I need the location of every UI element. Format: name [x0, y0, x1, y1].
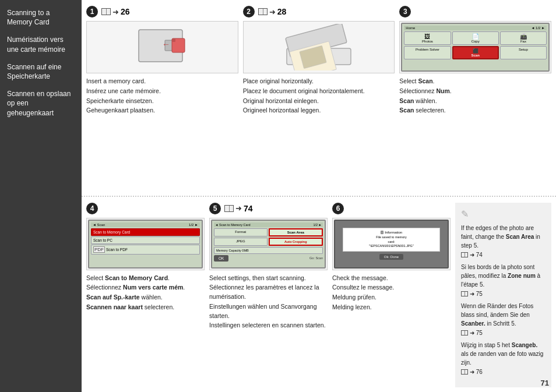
bottom-row: 4 ◄ Scan 1/2 ► Scan to Memory Card Scan …	[82, 197, 556, 393]
screen5-go-scan: Go: Scan	[309, 256, 323, 260]
step-1-image: ←	[86, 21, 238, 73]
book-icon-1	[101, 8, 111, 15]
screen5-format-label: Format	[214, 228, 268, 236]
note-pencil-icon: ✎	[461, 207, 546, 221]
screen5-memory: Memory Capacity 0MB	[214, 247, 323, 254]
step-4-header: 4	[86, 203, 205, 214]
step-2-header: 2 ➜ 28	[243, 6, 395, 17]
note-bold-1: Scan Area	[506, 234, 534, 240]
step-5-page: 74	[244, 204, 253, 213]
arrow-2: ➜	[269, 8, 276, 16]
step-6-text: Check the message. Consultez le message.…	[332, 274, 451, 313]
step-2-image	[243, 21, 395, 73]
note-para-1: If the edges of the photo are faint, cha…	[461, 224, 546, 259]
step-3-bold-3: Scan	[399, 97, 414, 104]
sidebar-item-2: Numérisation vers une carte mémoire	[7, 35, 75, 54]
note-bold-3: Scanber.	[461, 320, 485, 327]
step-3-bold-2: Num	[436, 87, 449, 94]
step-6-number: 6	[332, 203, 344, 214]
book-icon-note-2	[461, 291, 468, 296]
sidebar-item-1: Scanning to a Memory Card	[7, 8, 75, 27]
step-5-header: 5 ➜ 74	[209, 203, 328, 214]
note-para-2: Si les bords de la photo sont pâles, mod…	[461, 263, 546, 298]
step-2-nav: ➜ 28	[258, 7, 287, 16]
scanner-svg	[275, 24, 363, 70]
svg-text:←: ←	[162, 40, 170, 49]
sidebar-item-3: Scannen auf eine Speicherkarte	[7, 62, 75, 81]
note-ref-4: ➜ 76	[461, 368, 546, 376]
top-row: 1 ➜ 26 ←	[82, 0, 556, 197]
arrow-1: ➜	[112, 8, 119, 16]
screen6-info-header: i Information	[346, 231, 437, 234]
screen5-scan-area-label: Scan Area	[269, 228, 323, 236]
note-block: ✎ If the edges of the photo are faint, c…	[455, 203, 551, 388]
page-number: 71	[541, 379, 549, 387]
step-4-text: Select Scan to Memory Card. Sélectionnez…	[86, 274, 205, 313]
screen6-ok-button: Ok: Done	[379, 254, 403, 260]
step-4-bold-3: Scan auf Sp.-karte	[86, 294, 140, 301]
main-content: 1 ➜ 26 ←	[82, 0, 556, 392]
step-4-number: 4	[86, 203, 98, 214]
step-2-page: 28	[277, 7, 287, 16]
step-1-text: Insert a memory card. Insérez une carte …	[86, 77, 238, 116]
screen5-autocrop-value: Auto Cropping	[269, 238, 323, 246]
note-bold-2: Zone num	[508, 273, 536, 279]
step-4-bold-4: Scannen naar kaart	[86, 303, 143, 310]
step-5-image: ◄ Scan to Memory Card 1/2 ► Format Scan …	[209, 218, 328, 270]
book-icon-note-1	[461, 252, 468, 257]
screen6-message: File saved to memorycard:"\EPSCAN\001\EP…	[346, 235, 437, 249]
step-3-bold-1: Scan	[418, 77, 432, 84]
step-5-block: 5 ➜ 74 ◄ Scan to Memory Card 1/2 ► Forma…	[209, 203, 328, 388]
note-ref-2: ➜ 75	[461, 289, 546, 298]
step-5-nav: ➜ 74	[224, 204, 253, 213]
step-6-header: 6	[332, 203, 451, 214]
screen3-scan: ⬛Scan	[452, 46, 499, 59]
screen3-photos: 🖼Photos	[404, 31, 451, 45]
step-5-number: 5	[209, 203, 221, 214]
arrow-5: ➜	[235, 204, 242, 213]
step-6-image: i Information File saved to memorycard:"…	[332, 218, 451, 270]
step-1-number: 1	[86, 6, 98, 17]
screen3-title: Home	[406, 26, 415, 30]
step-1-page: 26	[121, 7, 130, 16]
sidebar: Scanning to a Memory Card Numérisation v…	[0, 0, 82, 392]
screen3-copy: 📄Copy	[452, 31, 499, 45]
step-3-block: 3 Home ◄ 1/2 ► 🖼Photos 📄Copy	[399, 6, 551, 191]
step-4-image: ◄ Scan 1/2 ► Scan to Memory Card Scan to…	[86, 218, 205, 270]
step-1-block: 1 ➜ 26 ←	[86, 6, 238, 191]
note-ref-3: ➜ 75	[461, 329, 546, 337]
step-2-block: 2 ➜ 28	[243, 6, 395, 191]
screen5-pager: 1/2 ►	[313, 223, 322, 227]
step-4-bold-1: Scan to Memory Card	[105, 274, 168, 281]
screen4-item1: Scan to Memory Card	[91, 228, 200, 236]
svg-rect-4	[172, 38, 175, 42]
screen3-setup: Setup	[500, 46, 547, 59]
step-1-header: 1 ➜ 26	[86, 6, 238, 17]
screen4-pdf-icon: PDF	[93, 246, 105, 253]
step-1-nav: ➜ 26	[101, 7, 130, 16]
step-3-image: Home ◄ 1/2 ► 🖼Photos 📄Copy 📠Fax	[399, 21, 551, 73]
screen6-info-label: Information	[385, 231, 402, 234]
book-icon-5	[224, 205, 234, 212]
step-5-text: Select settings, then start scanning. Sé…	[209, 274, 328, 331]
note-para-4: Wijzig in stap 5 het Scangeb. als de ran…	[461, 341, 546, 376]
screen3-fax: 📠Fax	[500, 31, 547, 45]
note-ref-1: ➜ 74	[461, 250, 546, 259]
step-6-block: 6 i Information File saved to memorycard…	[332, 203, 451, 388]
screen5-ok-button: OK	[214, 255, 228, 262]
book-icon-note-4	[461, 369, 468, 375]
step-4-bold-2: Num vers carte mém	[123, 284, 183, 291]
note-para-3: Wenn die Ränder des Fotos blass sind, än…	[461, 302, 546, 337]
step-3-header: 3	[399, 6, 551, 17]
screen4-item3: Scan to PDF	[106, 248, 128, 252]
step-3-bold-4: Scan	[399, 107, 414, 114]
note-bold-4: Scangeb.	[512, 342, 537, 348]
step-2-number: 2	[243, 6, 255, 17]
book-icon-2	[258, 8, 268, 15]
screen4-item2: Scan to PC	[91, 236, 200, 244]
book-icon-note-3	[461, 330, 468, 336]
screen3-pager: ◄ 1/2 ►	[531, 26, 545, 30]
screen5-jpeg-value: JPEG	[214, 238, 268, 246]
screen4-pager: 1/2 ►	[189, 223, 198, 227]
screen4-title: ◄ Scan	[93, 223, 105, 227]
